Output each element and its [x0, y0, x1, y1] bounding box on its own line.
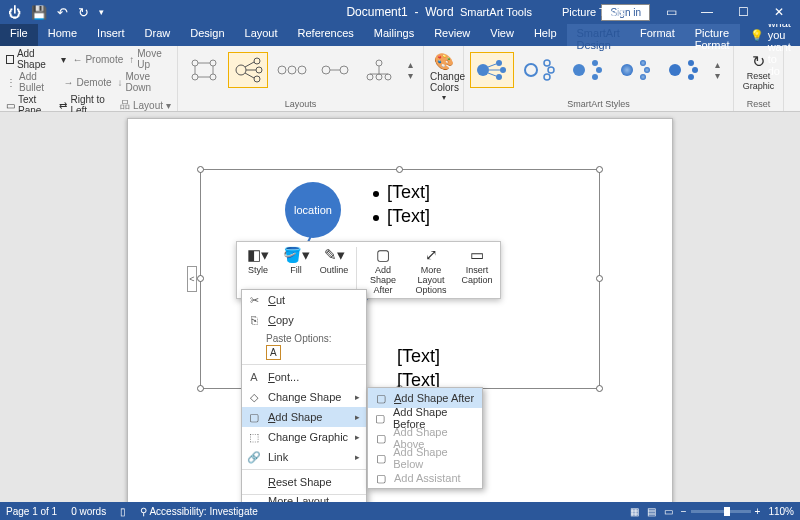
tab-layout[interactable]: Layout — [235, 24, 288, 46]
svg-point-21 — [376, 60, 382, 66]
ribbon-options-icon[interactable]: ▭ — [656, 5, 686, 19]
ribbon: Add Shape▾ ← Promote ↑ Move Up ⋮ Add Bul… — [0, 46, 800, 112]
paste-option-keep-text[interactable]: A — [242, 344, 366, 362]
paste-options-header: Paste Options: — [242, 330, 366, 344]
svg-point-41 — [592, 74, 598, 80]
tab-draw[interactable]: Draw — [135, 24, 181, 46]
qat-dropdown-icon[interactable]: ▾ — [99, 8, 104, 17]
menu-cut[interactable]: ✂Cut — [242, 290, 366, 310]
text-pane-toggle-icon[interactable]: < — [187, 266, 197, 292]
svg-point-39 — [592, 60, 598, 66]
svg-point-16 — [288, 66, 296, 74]
menu-reset-shape[interactable]: Reset Shape — [242, 472, 366, 492]
tab-smartart-design[interactable]: SmartArt Design — [567, 24, 630, 46]
style-option-5[interactable] — [662, 52, 706, 88]
tell-me-search[interactable]: 💡 Tell me what you want to do — [740, 24, 791, 46]
menu-change-graphic[interactable]: ⬚Change Graphic▸ — [242, 427, 366, 447]
view-web-layout-icon[interactable]: ▭ — [664, 506, 673, 517]
layout-option-2[interactable] — [228, 52, 268, 88]
svg-point-24 — [385, 74, 391, 80]
add-shape-menu-icon: ▢ — [246, 411, 262, 424]
undo-icon[interactable]: ↶ — [57, 6, 68, 19]
smartart-bullet-4[interactable]: [Text] — [397, 346, 440, 367]
window-title: Document1 - Word — [346, 5, 453, 19]
mini-style-button[interactable]: ◧▾Style — [240, 245, 276, 295]
tab-file[interactable]: File — [0, 24, 38, 46]
change-colors-button[interactable]: 🎨 Change Colors ▾ — [424, 46, 464, 111]
title-bar: ⏻ 💾 ↶ ↻ ▾ Document1 - Word SmartArt Tool… — [0, 0, 800, 24]
redo-icon[interactable]: ↻ — [78, 6, 89, 19]
status-language-icon[interactable]: ▯ — [120, 506, 126, 517]
menu-link[interactable]: 🔗Link▸ — [242, 447, 366, 467]
quick-access-toolbar: ⏻ 💾 ↶ ↻ ▾ — [0, 6, 104, 19]
status-words[interactable]: 0 words — [71, 506, 106, 517]
mini-insert-caption-button[interactable]: ▭Insert Caption — [457, 245, 497, 295]
svg-point-15 — [278, 66, 286, 74]
zoom-in-icon[interactable]: + — [755, 506, 761, 517]
svg-line-31 — [488, 64, 496, 67]
smartart-bullet-2[interactable]: [Text] — [373, 206, 430, 227]
minimize-icon[interactable]: ― — [692, 5, 722, 19]
menu-copy[interactable]: ⎘Copy — [242, 310, 366, 330]
add-shape-button[interactable]: Add Shape▾ — [6, 48, 66, 70]
menu-font[interactable]: AFont... — [242, 367, 366, 387]
tab-format[interactable]: Format — [630, 24, 685, 46]
picture-tools-title: Picture Tools — [562, 6, 625, 18]
zoom-slider[interactable]: − + — [681, 506, 761, 517]
smartart-bullet-1[interactable]: [Text] — [373, 182, 430, 203]
style-option-1[interactable] — [470, 52, 514, 88]
move-up-button: ↑ Move Up — [129, 48, 171, 70]
group-create-graphic: Add Shape▾ ← Promote ↑ Move Up ⋮ Add Bul… — [0, 46, 178, 111]
zoom-level[interactable]: 110% — [768, 506, 794, 517]
reset-graphic-button[interactable]: ↻ Reset Graphic — [740, 48, 777, 91]
save-icon[interactable]: 💾 — [31, 6, 47, 19]
view-read-mode-icon[interactable]: ▦ — [630, 506, 639, 517]
tab-insert[interactable]: Insert — [87, 24, 135, 46]
close-icon[interactable]: ✕ — [764, 5, 794, 19]
view-print-layout-icon[interactable]: ▤ — [647, 506, 656, 517]
smartart-node-1[interactable]: location — [285, 182, 341, 238]
style-option-3[interactable] — [566, 52, 610, 88]
svg-point-30 — [496, 74, 502, 80]
tab-review[interactable]: Review — [424, 24, 480, 46]
tab-help[interactable]: Help — [524, 24, 567, 46]
document-canvas[interactable]: < location [Text] [Text] [Text] [Text] [… — [0, 112, 800, 502]
menu-add-shape[interactable]: ▢Add Shape▸ — [242, 407, 366, 427]
maximize-icon[interactable]: ☐ — [728, 5, 758, 19]
mini-outline-button[interactable]: ✎▾Outline — [316, 245, 352, 295]
svg-point-19 — [340, 66, 348, 74]
layouts-more-icon[interactable]: ▴▾ — [403, 52, 417, 88]
layout-option-3[interactable] — [272, 52, 312, 88]
mini-more-layout-button[interactable]: ⤢More Layout Options — [407, 245, 455, 295]
style-option-2[interactable] — [518, 52, 562, 88]
status-accessibility[interactable]: ⚲ Accessibility: Investigate — [140, 506, 258, 517]
tab-references[interactable]: References — [288, 24, 364, 46]
tab-design[interactable]: Design — [180, 24, 234, 46]
font-icon: A — [246, 371, 262, 383]
submenu-add-before[interactable]: ▢Add Shape Before — [368, 408, 482, 428]
share-button[interactable]: 👤 Share — [791, 24, 800, 46]
style-option-4[interactable] — [614, 52, 658, 88]
mini-add-shape-after-button[interactable]: ▢Add Shape After — [361, 245, 405, 295]
svg-point-42 — [621, 64, 633, 76]
svg-point-46 — [669, 64, 681, 76]
tab-picture-format[interactable]: Picture Format — [685, 24, 740, 46]
menu-change-shape[interactable]: ◇Change Shape▸ — [242, 387, 366, 407]
layout-option-4[interactable] — [315, 52, 355, 88]
zoom-out-icon[interactable]: − — [681, 506, 687, 517]
mini-fill-button[interactable]: 🪣▾Fill — [278, 245, 314, 295]
layout-option-5[interactable] — [359, 52, 399, 88]
submenu-add-after[interactable]: ▢Add Shape After — [368, 388, 482, 408]
tab-view[interactable]: View — [480, 24, 524, 46]
tab-home[interactable]: Home — [38, 24, 87, 46]
layout-option-1[interactable] — [184, 52, 224, 88]
svg-point-8 — [236, 65, 246, 75]
add-shape-submenu: ▢Add Shape After ▢Add Shape Before ▢Add … — [367, 387, 483, 489]
styles-more-icon[interactable]: ▴▾ — [710, 52, 724, 88]
status-page[interactable]: Page 1 of 1 — [6, 506, 57, 517]
svg-point-34 — [525, 64, 537, 76]
autosave-icon[interactable]: ⏻ — [8, 6, 21, 19]
tab-mailings[interactable]: Mailings — [364, 24, 424, 46]
svg-point-40 — [596, 67, 602, 73]
group-layouts: ▴▾ Layouts — [178, 46, 424, 111]
